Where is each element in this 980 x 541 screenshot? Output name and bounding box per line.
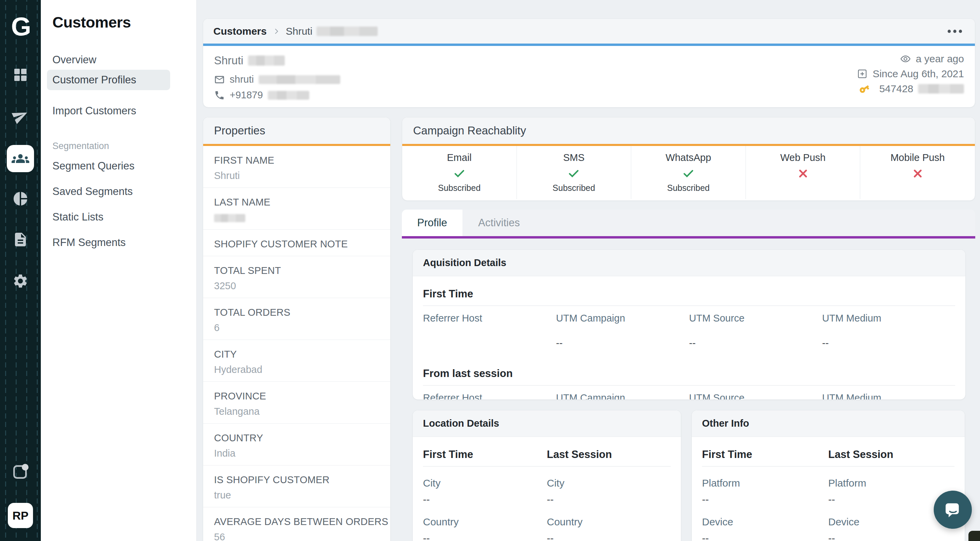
property-value: 56 [214,531,379,541]
column-headers: First Time Last Session [702,449,955,466]
property-row: TOTAL SPENT 3250 [203,256,390,298]
property-value: Hyderabad [214,364,379,375]
dashboard-grid-icon[interactable] [12,67,29,83]
sidebar-title: Customers [52,14,131,31]
property-label: PROVINCE [214,391,379,402]
breadcrumb-root-link[interactable]: Customers [213,25,267,37]
acquisition-details-card: Aquisition Details First Time Referrer H… [412,250,966,400]
x-icon [797,167,809,180]
property-row: IS SHOPIFY CUSTOMER true [203,465,390,507]
tab-profile[interactable]: Profile [402,210,463,236]
envelope-icon [214,74,225,85]
customer-header-card: Customers Shruti Shruti shruti +91 [203,18,975,108]
campaigns-send-icon[interactable] [12,108,29,124]
redacted-text [918,84,964,94]
profile-tabs: Profile Activities [402,210,975,239]
sidebar-item-overview[interactable]: Overview [52,53,96,67]
app-logo: G [0,11,41,41]
key-icon [857,81,872,97]
sidebar-item-import-customers[interactable]: Import Customers [52,104,136,118]
channel-mobile-push: Mobile Push [860,146,975,199]
channel-whatsapp: WhatsApp Subscribed [631,146,746,199]
sidebar-item-rfm-segments[interactable]: RFM Segments [52,236,126,250]
nav-rail: G RP [0,0,41,541]
chat-launcher-button[interactable] [934,491,972,529]
breadcrumb: Customers Shruti [203,19,975,46]
check-icon [682,167,695,180]
property-label: AVERAGE DAYS BETWEEN ORDERS [214,516,379,527]
column-headers: First Time Last Session [423,449,671,466]
field: UTM Campaign -- [556,313,689,350]
field: City -- [547,477,671,505]
tab-indicator [402,236,975,239]
field: UTM Medium -- [822,392,955,400]
last-seen: a year ago [857,51,964,66]
campaign-reachability-panel: Campaign Reachablity Email Subscribed SM… [402,117,975,201]
whats-new-icon[interactable] [11,462,30,481]
field: Device -- [828,516,955,541]
sidebar-item-segment-queries[interactable]: Segment Queries [52,159,134,173]
location-rows: City -- City -- Country -- Country -- Re… [423,466,671,541]
properties-title: Properties [203,118,390,146]
sidebar: Customers Overview Customer Profiles Imp… [41,0,197,541]
corner-widget [969,531,980,541]
x-icon [912,167,924,180]
user-avatar[interactable]: RP [8,503,33,528]
property-row: FIRST NAME Shruti [203,146,390,188]
property-label: TOTAL SPENT [214,265,379,276]
field: Platform -- [702,477,828,505]
acquisition-details-title: Aquisition Details [413,250,966,276]
customer-summary: Shruti shruti +91879 a year ago [203,46,975,105]
field: UTM Medium -- [822,313,955,350]
customer-email: shruti [214,74,340,85]
property-label: COUNTRY [214,433,379,444]
field: UTM Campaign -- [556,392,689,400]
field: Country -- [423,516,547,541]
field: City -- [423,477,547,505]
property-row: PROVINCE Telangana [203,382,390,423]
app-root: G RP Customers Overview Customer Profile… [0,0,980,541]
sidebar-item-saved-segments[interactable]: Saved Segments [52,185,133,198]
channel-sms: SMS Subscribed [517,146,632,199]
more-options-button[interactable] [945,24,965,38]
property-value: 3250 [214,280,379,291]
field: UTM Source -- [689,313,822,350]
other-info-card: Other Info First Time Last Session Platf… [692,410,965,541]
property-row: AVERAGE DAYS BETWEEN ORDERS 56 [203,507,390,541]
chat-bubble-icon [942,499,963,520]
campaign-reachability-title: Campaign Reachablity [402,118,975,146]
property-label: IS SHOPIFY CUSTOMER [214,474,379,485]
property-value: Shruti [214,170,379,181]
divider [423,306,955,306]
redacted-text [317,27,378,36]
property-row: SHOPIFY CUSTOMER NOTE [203,230,390,256]
field: Device -- [702,516,828,541]
breadcrumb-current: Shruti [286,25,378,37]
customers-people-icon[interactable] [7,145,34,172]
divider [423,385,955,385]
docs-file-icon[interactable] [12,231,29,248]
tab-activities[interactable]: Activities [463,210,536,236]
analytics-pie-icon[interactable] [12,191,29,207]
settings-gear-icon[interactable] [12,273,29,289]
field: Referrer Host [423,313,556,350]
property-row: CITY Hyderabad [203,340,390,382]
location-details-title: Location Details [413,411,681,437]
channel-email: Email Subscribed [402,146,517,199]
phone-icon [214,90,225,101]
section-last-session: From last session [423,368,955,380]
check-icon [453,167,466,180]
sidebar-item-static-lists[interactable]: Static Lists [52,210,103,224]
property-label: LAST NAME [214,197,379,208]
property-value: 6 [214,322,379,333]
sidebar-item-customer-profiles[interactable]: Customer Profiles [47,70,170,90]
property-label: TOTAL ORDERS [214,307,379,318]
customer-meta: a year ago Since Aug 6th, 2021 547428 [857,51,964,96]
properties-panel: Properties FIRST NAME Shruti LAST NAME S… [203,117,391,541]
customer-since: Since Aug 6th, 2021 [857,66,964,81]
field: Country -- [547,516,671,541]
eye-icon [900,53,911,64]
last-session-fields: Referrer Host -- UTM Campaign -- UTM Sou… [423,392,955,400]
sidebar-section-label: Segmentation [52,141,109,151]
customer-phone: +91879 [214,89,309,101]
